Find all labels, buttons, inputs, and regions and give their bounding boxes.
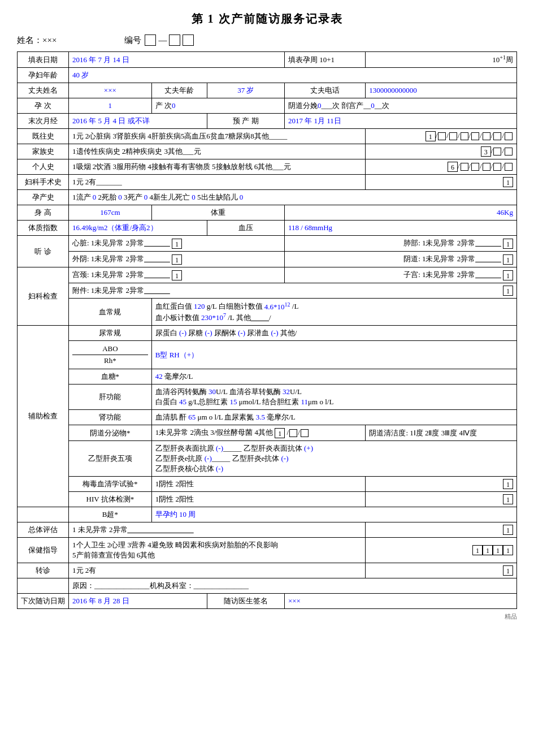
gyn-exam-label: 妇科检查 [18, 267, 69, 326]
bh-box2 [169, 34, 180, 46]
gyn-surgery-box: 1 [366, 175, 517, 190]
past-history-label: 既往史 [18, 129, 69, 144]
family-history-boxes: 3// [366, 144, 517, 159]
bh-label: 编号 [124, 35, 141, 46]
bmi-label: 体质指数 [18, 221, 69, 236]
kidney-func-label: 肾功能 [69, 410, 152, 425]
height-value: 167cm [69, 205, 152, 221]
health-guidance-label: 保健指导 [18, 538, 69, 563]
last-period-value: 2016 年 5 月 4 日 或不详 [69, 114, 207, 129]
bchao-value: 早孕约 10 周 [151, 507, 516, 522]
footer-note: 精品 [17, 612, 517, 621]
blood-type-label: ABO Rh* [69, 341, 152, 369]
personal-history-label: 个人史 [18, 159, 69, 175]
obstetric-value: 1流产 0 2死胎 0 3死产 0 4新生儿死亡 0 5出生缺陷儿 0 [69, 190, 517, 205]
overall-label: 总体评估 [18, 522, 69, 538]
hiv-label: HIV 抗体检测* [69, 492, 152, 507]
vaginal-discharge-label: 阴道分泌物* [69, 425, 152, 441]
hiv-value: 1阴性 2阳性 [151, 492, 366, 507]
name-value: ××× [42, 36, 57, 45]
page-title: 第 1 次产前随访服务记录表 [17, 11, 517, 27]
hbv-label: 乙型肝炎五项 [69, 441, 152, 477]
routine-urine-value: 尿蛋白 (-) 尿糖 (-) 尿酮体 (-) 尿潜血 (-) 其他/ [151, 326, 516, 341]
gyn-surgery-label: 妇科手术史 [18, 175, 69, 190]
husband-value: ××× [69, 83, 152, 98]
referral-label: 转诊 [18, 563, 69, 578]
blood-sugar-label: 血糖* [69, 369, 152, 385]
last-period-label: 末次月经 [18, 114, 69, 129]
vaginal-label: 阴道分娩0___次 剖宫产__0__次 [284, 98, 516, 114]
next-visit-value: 2016 年 8 月 28 日 [69, 594, 207, 609]
age-value: 40 岁 [69, 68, 517, 83]
syphilis-value: 1阴性 2阳性 [151, 477, 366, 492]
height-label: 身 高 [18, 205, 69, 221]
name-label: 姓名： [17, 35, 42, 46]
routine-urine-label: 尿常规 [69, 326, 152, 341]
vulva-value: 外阴: 1未见异常 2异常_______ 1 [69, 252, 285, 267]
referral-reason-label [18, 578, 69, 594]
fill-date-label: 填表日期 [18, 52, 69, 68]
overall-box: 1 [366, 522, 517, 538]
assist-exam-label: 辅助检查 [18, 326, 69, 507]
cervix-value: 宫颈: 1未见异常 2异常_______ 1 [69, 267, 285, 283]
husband-label: 丈夫姓名 [18, 83, 69, 98]
obstetric-label: 孕产史 [18, 190, 69, 205]
pregnancy-value: 1 [69, 98, 152, 114]
family-history-label: 家族史 [18, 144, 69, 159]
doctor-label: 随访医生签名 [207, 594, 284, 609]
next-visit-label: 下次随访日期 [18, 594, 69, 609]
auscultation-label: 听 诊 [18, 236, 69, 267]
delivery-label: 产 次0 [151, 98, 284, 114]
blood-type-value: B型 RH（+） [151, 341, 516, 369]
family-history-value: 1遗传性疾病史 2精神疾病史 3其他___元 [69, 144, 366, 159]
lung-value: 肺部: 1未见异常 2异常_______ 1 [284, 236, 516, 252]
hbv-value: 乙型肝炎表面抗原 (-)_____ 乙型肝炎表面抗体 (+) 乙型肝炎e抗原 (… [151, 441, 516, 477]
blood-sugar-value: 42 毫摩尔/L [151, 369, 516, 385]
due-date-label: 预 产 期 [207, 114, 284, 129]
fill-week-value: 10+1周 [366, 52, 517, 68]
doctor-value: ××× [284, 594, 516, 609]
syphilis-box: 1 [366, 477, 517, 492]
weight-label: 体重 [151, 205, 284, 221]
personal-history-boxes: 6///// [366, 159, 517, 175]
referral-reason-value: 原因：_______________机构及科室：_______________ [69, 578, 517, 594]
fill-date-value: 2016 年 7 月 14 日 [69, 52, 285, 68]
liver-func-label: 肝功能 [69, 385, 152, 410]
bp-label: 血压 [207, 221, 284, 236]
weight-value: 46Kg [284, 205, 516, 221]
health-guidance-boxes: 1111 [366, 538, 517, 563]
liver-func-value: 血清谷丙转氨酶 30U/L 血清谷草转氨酶 32U/L 白蛋白 45 g/L总胆… [151, 385, 516, 410]
routine-blood-label: 血常规 [69, 299, 152, 326]
past-history-value: 1元 2心脏病 3肾脏疾病 4肝脏疾病5高血压6贫血7糖尿病8其他_____ [69, 129, 366, 144]
bh-box3 [183, 34, 194, 46]
due-date-value: 2017 年 1月 11日 [284, 114, 516, 129]
routine-blood-value: 血红蛋白值 120 g/L 白细胞计数值 4.6*1012 /L 血小板计数值 … [151, 299, 516, 326]
pregnancy-label: 孕 次 [18, 98, 69, 114]
bmi-value: 16.49kg/m2（体重/身高2） [69, 221, 207, 236]
bp-value: 118 / 68mmHg [284, 221, 516, 236]
kidney-func-value: 血清肌 酐 65 μm o l/L 血尿素氮 3.5 毫摩尔/L [151, 410, 516, 425]
fill-week-label: 填表孕周 10+1 [284, 52, 365, 68]
syphilis-label: 梅毒血清学试验* [69, 477, 152, 492]
personal-history-value: 1吸烟 2饮酒 3服用药物 4接触有毒有害物质 5接触放射线 6其他___元 [69, 159, 366, 175]
health-guidance-value: 1个人卫生 2心理 3营养 4避免致 畸因素和疾病对胎胎的不良影响 5产前筛查宣… [69, 538, 366, 563]
gyn-surgery-value: 1元 2有_______ [69, 175, 366, 190]
referral-box: 1 [366, 563, 517, 578]
referral-value: 1元 2有 [69, 563, 366, 578]
vagina-value: 阴道: 1未见异常 2异常_______ 1 [284, 252, 516, 267]
past-history-boxes: 1/////// [366, 129, 517, 144]
vaginal-discharge-value: 1未见异常 2滴虫 3/假丝酵母菌 4其他 1 // [151, 425, 366, 441]
main-form-table: 填表日期 2016 年 7 月 14 日 填表孕周 10+1 10+1周 孕妇年… [17, 51, 517, 609]
age-label: 孕妇年龄 [18, 68, 69, 83]
hiv-box: 1 [366, 492, 517, 507]
bchao-label: B超* [69, 507, 152, 522]
husband-age-label: 丈夫年龄 [151, 83, 207, 98]
heart-value: 心脏: 1未见异常 2异常_______ 1 [69, 236, 285, 252]
appendage-value: 附件: 1未见异常 2异常_______ 1 [69, 283, 517, 299]
husband-phone-label: 丈夫电话 [284, 83, 365, 98]
overall-value: 1 未见异常 2异常__________________ [69, 522, 366, 538]
husband-phone-value: 1300000000000 [366, 83, 517, 98]
bh-box1 [145, 34, 156, 46]
bchao-outer-label [18, 507, 69, 522]
husband-age-value: 37 岁 [207, 83, 284, 98]
